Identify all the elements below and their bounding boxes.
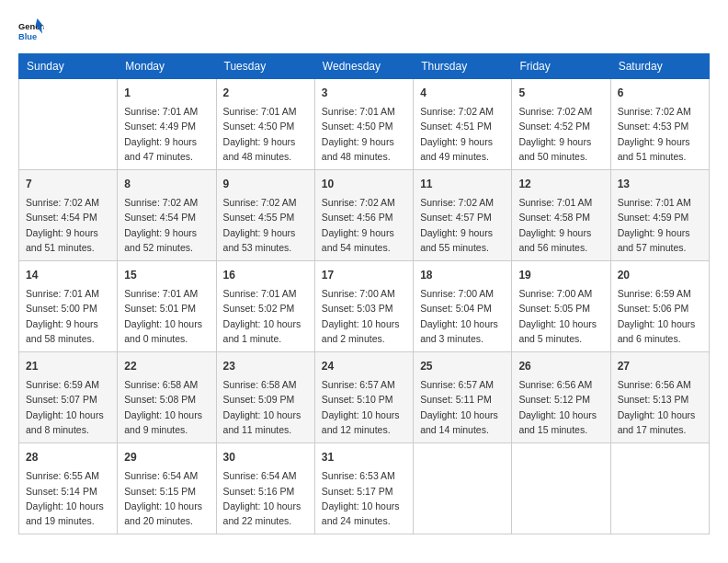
calendar-cell: 2Sunrise: 7:01 AMSunset: 4:50 PMDaylight…	[216, 79, 314, 170]
day-info: Sunrise: 7:02 AMSunset: 4:56 PMDaylight:…	[322, 195, 406, 255]
day-number: 27	[618, 358, 702, 374]
day-info: Sunrise: 6:57 AMSunset: 5:10 PMDaylight:…	[322, 377, 406, 437]
day-number: 4	[420, 85, 505, 101]
day-number: 11	[420, 176, 505, 192]
calendar-cell: 27Sunrise: 6:56 AMSunset: 5:13 PMDayligh…	[610, 352, 709, 443]
day-info: Sunrise: 6:59 AMSunset: 5:06 PMDaylight:…	[618, 286, 702, 346]
day-info: Sunrise: 7:01 AMSunset: 4:50 PMDaylight:…	[322, 104, 406, 164]
day-number: 7	[26, 176, 110, 192]
calendar-cell: 3Sunrise: 7:01 AMSunset: 4:50 PMDaylight…	[314, 79, 413, 170]
day-number: 1	[124, 85, 209, 101]
day-info: Sunrise: 6:58 AMSunset: 5:09 PMDaylight:…	[223, 377, 308, 437]
weekday-header-monday: Monday	[118, 54, 216, 79]
calendar-cell: 15Sunrise: 7:01 AMSunset: 5:01 PMDayligh…	[118, 261, 216, 352]
day-info: Sunrise: 7:02 AMSunset: 4:57 PMDaylight:…	[420, 195, 505, 255]
calendar-cell: 1Sunrise: 7:01 AMSunset: 4:49 PMDaylight…	[118, 79, 216, 170]
calendar-cell: 12Sunrise: 7:01 AMSunset: 4:58 PMDayligh…	[512, 170, 610, 261]
calendar-cell: 21Sunrise: 6:59 AMSunset: 5:07 PMDayligh…	[19, 352, 118, 443]
day-number: 17	[322, 267, 406, 283]
calendar-cell: 28Sunrise: 6:55 AMSunset: 5:14 PMDayligh…	[19, 443, 118, 534]
weekday-header-tuesday: Tuesday	[216, 54, 314, 79]
day-info: Sunrise: 6:58 AMSunset: 5:08 PMDaylight:…	[124, 377, 209, 437]
day-info: Sunrise: 7:01 AMSunset: 4:59 PMDaylight:…	[618, 195, 702, 255]
calendar-week-2: 7Sunrise: 7:02 AMSunset: 4:54 PMDaylight…	[19, 170, 710, 261]
calendar-cell	[414, 443, 512, 534]
calendar-cell: 20Sunrise: 6:59 AMSunset: 5:06 PMDayligh…	[610, 261, 709, 352]
day-number: 26	[518, 358, 603, 374]
weekday-header-sunday: Sunday	[19, 54, 118, 79]
day-info: Sunrise: 7:00 AMSunset: 5:03 PMDaylight:…	[322, 286, 406, 346]
calendar-table: SundayMondayTuesdayWednesdayThursdayFrid…	[18, 53, 710, 534]
calendar-cell	[610, 443, 709, 534]
day-number: 15	[124, 267, 209, 283]
calendar-cell: 6Sunrise: 7:02 AMSunset: 4:53 PMDaylight…	[610, 79, 709, 170]
day-info: Sunrise: 7:02 AMSunset: 4:52 PMDaylight:…	[518, 104, 603, 164]
calendar-cell: 11Sunrise: 7:02 AMSunset: 4:57 PMDayligh…	[414, 170, 512, 261]
day-info: Sunrise: 7:01 AMSunset: 5:02 PMDaylight:…	[223, 286, 308, 346]
calendar-cell: 8Sunrise: 7:02 AMSunset: 4:54 PMDaylight…	[118, 170, 216, 261]
calendar-cell: 4Sunrise: 7:02 AMSunset: 4:51 PMDaylight…	[414, 79, 512, 170]
day-number: 22	[124, 358, 209, 374]
day-number: 5	[518, 85, 603, 101]
calendar-cell	[512, 443, 610, 534]
day-info: Sunrise: 6:54 AMSunset: 5:15 PMDaylight:…	[124, 468, 209, 528]
day-info: Sunrise: 7:02 AMSunset: 4:54 PMDaylight:…	[124, 195, 209, 255]
day-info: Sunrise: 6:53 AMSunset: 5:17 PMDaylight:…	[322, 468, 406, 528]
day-number: 29	[124, 449, 209, 465]
calendar-cell: 19Sunrise: 7:00 AMSunset: 5:05 PMDayligh…	[512, 261, 610, 352]
day-number: 8	[124, 176, 209, 192]
day-number: 18	[420, 267, 505, 283]
calendar-cell: 16Sunrise: 7:01 AMSunset: 5:02 PMDayligh…	[216, 261, 314, 352]
day-number: 20	[618, 267, 702, 283]
calendar-week-5: 28Sunrise: 6:55 AMSunset: 5:14 PMDayligh…	[19, 443, 710, 534]
day-info: Sunrise: 6:56 AMSunset: 5:12 PMDaylight:…	[518, 377, 603, 437]
calendar-cell: 9Sunrise: 7:02 AMSunset: 4:55 PMDaylight…	[216, 170, 314, 261]
calendar-cell: 22Sunrise: 6:58 AMSunset: 5:08 PMDayligh…	[118, 352, 216, 443]
day-number: 6	[618, 85, 702, 101]
day-info: Sunrise: 7:02 AMSunset: 4:51 PMDaylight:…	[420, 104, 505, 164]
calendar-week-1: 1Sunrise: 7:01 AMSunset: 4:49 PMDaylight…	[19, 79, 710, 170]
day-number: 30	[223, 449, 308, 465]
day-info: Sunrise: 7:00 AMSunset: 5:04 PMDaylight:…	[420, 286, 505, 346]
day-info: Sunrise: 7:01 AMSunset: 5:00 PMDaylight:…	[26, 286, 110, 346]
calendar-cell: 31Sunrise: 6:53 AMSunset: 5:17 PMDayligh…	[314, 443, 413, 534]
weekday-header-wednesday: Wednesday	[314, 54, 413, 79]
day-number: 19	[518, 267, 603, 283]
day-info: Sunrise: 6:55 AMSunset: 5:14 PMDaylight:…	[26, 468, 110, 528]
day-info: Sunrise: 7:02 AMSunset: 4:53 PMDaylight:…	[618, 104, 702, 164]
day-info: Sunrise: 6:59 AMSunset: 5:07 PMDaylight:…	[26, 377, 110, 437]
day-info: Sunrise: 7:00 AMSunset: 5:05 PMDaylight:…	[518, 286, 603, 346]
day-info: Sunrise: 7:02 AMSunset: 4:54 PMDaylight:…	[26, 195, 110, 255]
day-number: 31	[322, 449, 406, 465]
day-number: 14	[26, 267, 110, 283]
day-info: Sunrise: 6:57 AMSunset: 5:11 PMDaylight:…	[420, 377, 505, 437]
day-number: 3	[322, 85, 406, 101]
weekday-header-friday: Friday	[512, 54, 610, 79]
day-number: 16	[223, 267, 308, 283]
weekday-header-thursday: Thursday	[414, 54, 512, 79]
page-header: GeneralBlue	[18, 18, 710, 44]
day-number: 12	[518, 176, 603, 192]
day-number: 23	[223, 358, 308, 374]
calendar-header: SundayMondayTuesdayWednesdayThursdayFrid…	[19, 54, 710, 79]
day-number: 2	[223, 85, 308, 101]
day-number: 28	[26, 449, 110, 465]
day-info: Sunrise: 7:02 AMSunset: 4:55 PMDaylight:…	[223, 195, 308, 255]
calendar-cell: 24Sunrise: 6:57 AMSunset: 5:10 PMDayligh…	[314, 352, 413, 443]
calendar-cell: 13Sunrise: 7:01 AMSunset: 4:59 PMDayligh…	[610, 170, 709, 261]
day-info: Sunrise: 7:01 AMSunset: 4:49 PMDaylight:…	[124, 104, 209, 164]
day-info: Sunrise: 6:56 AMSunset: 5:13 PMDaylight:…	[618, 377, 702, 437]
day-info: Sunrise: 7:01 AMSunset: 4:50 PMDaylight:…	[223, 104, 308, 164]
day-info: Sunrise: 6:54 AMSunset: 5:16 PMDaylight:…	[223, 468, 308, 528]
calendar-cell: 29Sunrise: 6:54 AMSunset: 5:15 PMDayligh…	[118, 443, 216, 534]
day-number: 25	[420, 358, 505, 374]
calendar-cell: 26Sunrise: 6:56 AMSunset: 5:12 PMDayligh…	[512, 352, 610, 443]
calendar-cell: 30Sunrise: 6:54 AMSunset: 5:16 PMDayligh…	[216, 443, 314, 534]
day-number: 21	[26, 358, 110, 374]
weekday-header-saturday: Saturday	[610, 54, 709, 79]
calendar-cell: 18Sunrise: 7:00 AMSunset: 5:04 PMDayligh…	[414, 261, 512, 352]
day-number: 13	[618, 176, 702, 192]
calendar-cell: 7Sunrise: 7:02 AMSunset: 4:54 PMDaylight…	[19, 170, 118, 261]
calendar-cell: 14Sunrise: 7:01 AMSunset: 5:00 PMDayligh…	[19, 261, 118, 352]
calendar-cell: 23Sunrise: 6:58 AMSunset: 5:09 PMDayligh…	[216, 352, 314, 443]
